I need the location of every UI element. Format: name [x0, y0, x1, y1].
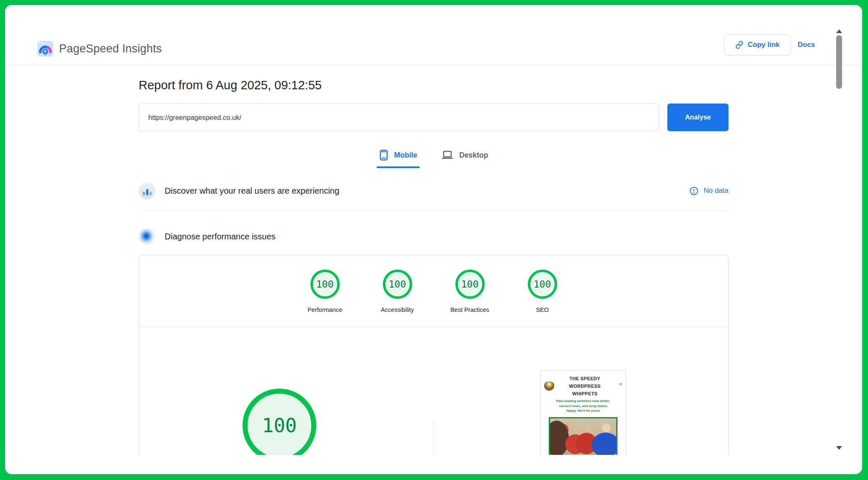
- lighthouse-report-card: 100 Performance 100 Accessibility 100: [139, 255, 728, 455]
- analyse-button[interactable]: Analyse: [667, 104, 728, 131]
- tab-desktop[interactable]: Desktop: [439, 149, 491, 168]
- vertical-divider: [433, 421, 434, 455]
- score-label: SEO: [536, 306, 549, 313]
- score-circle: 100: [383, 270, 412, 299]
- device-tabs: Mobile Desktop: [139, 149, 728, 168]
- field-data-section: Discover what your real users are experi…: [139, 182, 728, 199]
- score-value: 100: [461, 279, 479, 290]
- browser-page: PageSpeed Insights Copy link Docs Report…: [5, 5, 862, 474]
- lab-data-title: Diagnose performance issues: [165, 232, 728, 241]
- mobile-phone-icon: [379, 150, 388, 161]
- desktop-laptop-icon: [442, 150, 453, 160]
- whippets-site-logo: [544, 381, 554, 391]
- score-value: 100: [389, 279, 406, 290]
- tab-mobile-label: Mobile: [394, 151, 417, 160]
- report-title: Report from 6 Aug 2025, 09:12:55: [139, 78, 728, 93]
- preview-site-title: THE SPEEDY WORDPRESS WHIPPETS: [554, 375, 615, 397]
- scrollbar-down-arrow[interactable]: [836, 446, 842, 450]
- docs-link[interactable]: Docs: [798, 34, 815, 55]
- preview-site-header: THE SPEEDY WORDPRESS WHIPPETS ≡: [544, 375, 622, 397]
- score-accessibility[interactable]: 100 Accessibility: [361, 270, 434, 326]
- score-circle: 100: [455, 270, 485, 299]
- score-seo[interactable]: 100 SEO: [506, 270, 579, 326]
- copy-link-label: Copy link: [748, 41, 780, 49]
- preview-tagline: Fast-loading websites rank better, conve…: [544, 399, 622, 413]
- section-divider: [139, 211, 728, 211]
- report-content: Report from 6 Aug 2025, 09:12:55 Analyse…: [139, 65, 728, 455]
- tab-desktop-label: Desktop: [459, 151, 488, 160]
- info-icon: [690, 187, 698, 195]
- score-label: Accessibility: [381, 306, 414, 313]
- url-input[interactable]: [139, 104, 659, 131]
- scrollbar-thumb[interactable]: [836, 35, 842, 89]
- no-data-label: No data: [703, 187, 728, 195]
- performance-detail-section: 100 THE SPEEDY WORDPRESS WHIPPETS ≡: [139, 327, 728, 455]
- score-circle: 100: [528, 270, 557, 299]
- copy-link-button[interactable]: Copy link: [724, 34, 791, 55]
- performance-gauge: 100: [243, 389, 316, 455]
- lab-data-section: Diagnose performance issues: [139, 228, 728, 245]
- real-users-icon: [139, 182, 155, 199]
- app-title: PageSpeed Insights: [59, 42, 162, 55]
- pagespeed-home-link[interactable]: PageSpeed Insights: [37, 41, 162, 57]
- score-value: 100: [534, 279, 551, 290]
- score-value: 100: [316, 279, 334, 290]
- score-performance[interactable]: 100 Performance: [289, 270, 361, 326]
- field-data-title: Discover what your real users are experi…: [165, 186, 680, 196]
- score-label: Performance: [307, 306, 342, 313]
- scrollbar-up-arrow[interactable]: [836, 29, 842, 33]
- url-analyse-row: Analyse: [139, 104, 728, 131]
- no-data-status[interactable]: No data: [690, 187, 728, 195]
- hamburger-menu-icon: ≡: [615, 382, 622, 387]
- whippets-photo: [549, 417, 617, 455]
- report-viewport: PageSpeed Insights Copy link Docs Report…: [5, 5, 862, 455]
- score-best-practices[interactable]: 100 Best Practices: [434, 270, 506, 326]
- category-scores: 100 Performance 100 Accessibility 100: [139, 255, 728, 327]
- tab-mobile[interactable]: Mobile: [377, 149, 420, 168]
- diagnose-icon: [139, 228, 155, 245]
- score-label: Best Practices: [450, 306, 489, 313]
- performance-gauge-value: 100: [262, 414, 297, 437]
- page-screenshot-thumbnail[interactable]: THE SPEEDY WORDPRESS WHIPPETS ≡ Fast-loa…: [540, 370, 626, 455]
- pagespeed-logo-icon: [37, 41, 53, 57]
- link-icon: [735, 41, 744, 49]
- score-circle: 100: [310, 270, 340, 299]
- app-header: PageSpeed Insights Copy link Docs: [5, 5, 862, 65]
